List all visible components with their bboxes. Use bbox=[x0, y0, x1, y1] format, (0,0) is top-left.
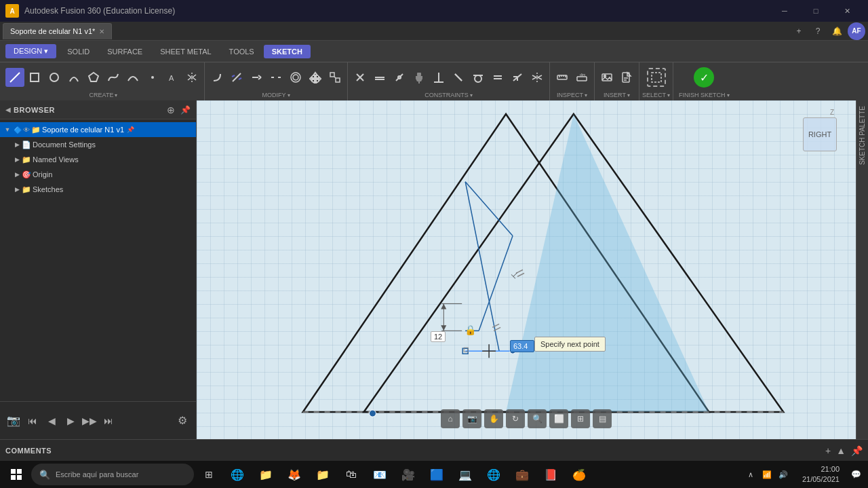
view-cube[interactable]: Z RIGHT bbox=[796, 109, 837, 163]
window-select-tool[interactable] bbox=[647, 68, 666, 87]
move-tool[interactable] bbox=[306, 68, 325, 87]
measure-tool[interactable] bbox=[553, 68, 572, 87]
account-button[interactable]: AF bbox=[848, 22, 865, 40]
perpendicular-constraint[interactable] bbox=[429, 68, 448, 87]
design-mode-button[interactable]: DESIGN ▾ bbox=[5, 44, 56, 58]
tree-item-root[interactable]: ▼ 🔷 👁 📁 Soporte de celular N1 v1 📌 bbox=[0, 122, 196, 137]
trim-tool[interactable] bbox=[227, 68, 246, 87]
search-bar[interactable]: 🔍 Escribe aquí para buscar bbox=[31, 464, 194, 485]
tab-tools[interactable]: TOOLS bbox=[221, 45, 262, 58]
taskbar-fusion[interactable]: 🍊 bbox=[566, 461, 593, 488]
arc-tool[interactable] bbox=[64, 68, 83, 87]
fillet-tool[interactable] bbox=[208, 68, 226, 87]
close-button[interactable]: ✕ bbox=[831, 0, 863, 22]
collinear-constraint[interactable] bbox=[370, 68, 389, 87]
taskbar-laptop[interactable]: 💻 bbox=[452, 461, 479, 488]
line-tool[interactable] bbox=[5, 68, 24, 87]
timeline-last[interactable]: ⏭ bbox=[100, 413, 117, 429]
text-tool[interactable]: A bbox=[163, 68, 182, 87]
insert-image-tool[interactable] bbox=[597, 68, 616, 87]
timeline-settings[interactable]: ⚙ bbox=[174, 413, 191, 429]
maximize-button[interactable]: □ bbox=[800, 0, 831, 22]
offset-tool[interactable] bbox=[286, 68, 305, 87]
taskbar-camera[interactable]: 🎥 bbox=[395, 461, 422, 488]
circle-tool[interactable] bbox=[45, 68, 64, 87]
comments-expand-btn[interactable]: ▲ bbox=[836, 445, 846, 456]
mirror-tool[interactable] bbox=[182, 68, 201, 87]
fix-constraint[interactable] bbox=[410, 68, 429, 87]
timeline-first[interactable]: ⏮ bbox=[24, 413, 41, 429]
parallel-constraint[interactable] bbox=[449, 68, 468, 87]
start-button[interactable] bbox=[3, 461, 30, 488]
tab-sheet-metal[interactable]: SHEET METAL bbox=[152, 45, 219, 58]
sketch-dimension-tool[interactable]: dim bbox=[572, 68, 591, 87]
vp-zoom-btn[interactable]: 🔍 bbox=[528, 409, 547, 428]
dimension-input[interactable]: 63.4 bbox=[510, 340, 534, 352]
tree-item-named-views[interactable]: ▶ 📁 Named Views bbox=[9, 152, 196, 167]
dimension-label-12[interactable]: 12 bbox=[431, 331, 446, 342]
notification-center[interactable]: 💬 bbox=[846, 465, 865, 484]
insert-dxf-tool[interactable] bbox=[617, 68, 636, 87]
tangent-constraint[interactable] bbox=[469, 68, 488, 87]
timeline-play[interactable]: ▶ bbox=[62, 413, 79, 429]
sketch-palette-label[interactable]: SKETCH PALETTE bbox=[857, 103, 867, 168]
viewport[interactable]: 12 🔒 63.4 Specify next point Z RIGHT ⊥ ⌂… bbox=[197, 100, 856, 439]
vp-window-btn[interactable]: ⬜ bbox=[549, 409, 568, 428]
tree-item-doc-settings[interactable]: ▶ 📄 Document Settings bbox=[9, 137, 196, 152]
browser-expand-btn[interactable]: ⊕ bbox=[167, 105, 175, 115]
tray-network[interactable]: 📶 bbox=[760, 468, 774, 481]
taskbar-edge[interactable]: 🌐 bbox=[224, 461, 251, 488]
symmetric-constraint[interactable] bbox=[528, 68, 547, 87]
equal-constraint[interactable] bbox=[488, 68, 507, 87]
extend-tool[interactable] bbox=[247, 68, 266, 87]
horizontal-constraint[interactable] bbox=[508, 68, 527, 87]
tab-surface[interactable]: SURFACE bbox=[99, 45, 151, 58]
sketch-palette-panel[interactable]: SKETCH PALETTE bbox=[856, 100, 868, 439]
minimize-button[interactable]: ─ bbox=[769, 0, 800, 22]
tray-sound[interactable]: 🔊 bbox=[776, 468, 790, 481]
active-tab[interactable]: Soporte de celular N1 v1* ✕ bbox=[3, 23, 112, 39]
taskbar-book[interactable]: 📕 bbox=[537, 461, 564, 488]
scale-tool[interactable] bbox=[326, 68, 344, 87]
taskbar-word[interactable]: 💼 bbox=[509, 461, 536, 488]
vp-camera-btn[interactable]: 📷 bbox=[462, 409, 481, 428]
polygon-tool[interactable] bbox=[84, 68, 103, 87]
taskbar-teams[interactable]: 🟦 bbox=[423, 461, 450, 488]
vp-grid-btn[interactable]: ⊞ bbox=[571, 409, 590, 428]
point-tool[interactable] bbox=[143, 68, 162, 87]
tree-item-sketches[interactable]: ▶ 📁 Sketches bbox=[9, 182, 196, 197]
break-tool[interactable] bbox=[267, 68, 285, 87]
rectangle-tool[interactable] bbox=[25, 68, 44, 87]
online-help-button[interactable]: ? bbox=[810, 23, 826, 39]
browser-collapse-btn[interactable]: ◀ bbox=[5, 106, 11, 113]
comments-pin-btn[interactable]: 📌 bbox=[851, 445, 863, 456]
taskbar-store[interactable]: 🛍 bbox=[338, 461, 365, 488]
tab-sketch[interactable]: SKETCH bbox=[264, 45, 311, 58]
tree-item-origin[interactable]: ▶ 🎯 Origin bbox=[9, 167, 196, 182]
comments-add-btn[interactable]: + bbox=[825, 445, 831, 456]
conic-tool[interactable] bbox=[123, 68, 142, 87]
task-view-btn[interactable]: ⊞ bbox=[195, 461, 222, 488]
finish-sketch-button[interactable]: ✓ bbox=[688, 66, 719, 89]
midpoint-constraint[interactable] bbox=[390, 68, 409, 87]
spline-tool[interactable] bbox=[104, 68, 123, 87]
tab-solid[interactable]: SOLID bbox=[59, 45, 98, 58]
timeline-camera[interactable]: 📷 bbox=[5, 413, 22, 429]
coincident-constraint[interactable] bbox=[351, 68, 370, 87]
timeline-next[interactable]: ▶▶ bbox=[81, 413, 98, 429]
taskbar-file-explorer[interactable]: 📁 bbox=[252, 461, 279, 488]
system-clock[interactable]: 21:00 21/05/2021 bbox=[797, 464, 845, 485]
view-cube-right[interactable]: RIGHT bbox=[803, 117, 837, 151]
taskbar-browser2[interactable]: 🌐 bbox=[480, 461, 507, 488]
vp-pan-btn[interactable]: ✋ bbox=[484, 409, 503, 428]
vp-home-btn[interactable]: ⌂ bbox=[441, 409, 460, 428]
timeline-prev[interactable]: ◀ bbox=[43, 413, 60, 429]
notifications-button[interactable]: 🔔 bbox=[829, 23, 845, 39]
new-tab-button[interactable]: + bbox=[791, 23, 807, 39]
taskbar-mail[interactable]: 📧 bbox=[366, 461, 393, 488]
tab-close-btn[interactable]: ✕ bbox=[99, 28, 104, 35]
root-eye-icon[interactable]: 👁 bbox=[23, 126, 30, 134]
taskbar-firefox[interactable]: 🦊 bbox=[281, 461, 308, 488]
browser-pin-btn[interactable]: 📌 bbox=[180, 105, 191, 115]
vp-rotate-btn[interactable]: ↻ bbox=[506, 409, 525, 428]
